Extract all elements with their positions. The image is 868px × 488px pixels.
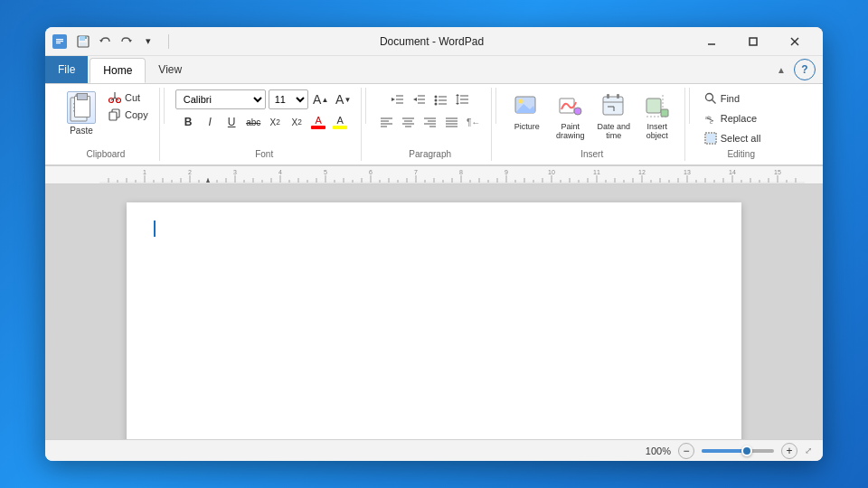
svg-rect-14	[71, 98, 87, 121]
tab-file[interactable]: File	[45, 56, 88, 83]
align-center-button[interactable]	[399, 112, 419, 132]
font-content: Calibri 11 A▲ A▼ B I U abc X2	[175, 89, 354, 147]
insert-object-icon	[643, 91, 672, 120]
document-area[interactable]	[45, 184, 823, 439]
find-label: Find	[721, 93, 740, 104]
qat-dropdown-button[interactable]: ▾	[139, 33, 157, 51]
paint-drawing-button[interactable]: Paint drawing	[551, 89, 590, 142]
align-left-button[interactable]	[377, 112, 397, 132]
maximize-button[interactable]	[732, 27, 774, 56]
svg-rect-15	[76, 94, 85, 99]
font-name-select[interactable]: Calibri	[175, 89, 266, 109]
replace-button[interactable]: ab c Replace	[701, 109, 782, 127]
insert-object-label: Insert object	[639, 122, 675, 140]
zoom-slider-thumb[interactable]	[741, 446, 752, 456]
paragraph-group: ¶← Paragraph	[370, 88, 492, 161]
select-all-button[interactable]: Select all	[701, 129, 782, 147]
svg-rect-65	[560, 99, 574, 113]
ribbon-collapse-button[interactable]: ▲	[772, 61, 790, 79]
copy-button[interactable]: Copy	[105, 107, 152, 123]
svg-rect-76	[661, 109, 668, 117]
svg-text:4: 4	[278, 169, 282, 175]
ribbon-tabs: File Home View ▲ ?	[45, 56, 823, 84]
close-button[interactable]	[774, 27, 816, 56]
svg-rect-11	[750, 38, 757, 45]
svg-text:2: 2	[188, 169, 192, 175]
insert-content: Picture Paint drawing	[507, 89, 677, 147]
cut-label: Cut	[125, 92, 140, 103]
date-time-button[interactable]: Date and time	[594, 89, 634, 142]
svg-point-63	[518, 99, 523, 104]
svg-rect-17	[73, 107, 84, 108]
line-spacing-button[interactable]	[453, 89, 473, 109]
strikethrough-button[interactable]: abc	[243, 112, 263, 132]
zoom-slider[interactable]	[702, 449, 774, 453]
minimize-button[interactable]	[691, 27, 732, 56]
tab-home[interactable]: Home	[90, 58, 146, 83]
picture-button[interactable]: Picture	[507, 89, 547, 133]
superscript-button[interactable]: X2	[287, 112, 307, 132]
svg-rect-67	[603, 97, 623, 115]
copy-label: Copy	[125, 109, 148, 120]
rtl-button[interactable]: ¶←	[464, 112, 484, 132]
underline-button[interactable]: U	[222, 112, 241, 132]
align-right-button[interactable]	[420, 112, 440, 132]
clipboard-group: Paste Cut	[52, 88, 160, 161]
svg-point-36	[434, 99, 437, 102]
find-button[interactable]: Find	[701, 89, 782, 108]
redo-qat-button[interactable]	[118, 33, 136, 51]
editing-group: Find ab c Replace	[693, 88, 789, 161]
decrease-indent-button[interactable]	[388, 89, 408, 109]
svg-text:3: 3	[233, 169, 237, 175]
font-shrink-button[interactable]: A▼	[334, 89, 354, 109]
quick-access-toolbar: ▾	[52, 33, 157, 51]
bold-button[interactable]: B	[178, 112, 198, 132]
wordpad-window: ▾ Document - WordPad File Home View ▲ ?	[45, 27, 823, 461]
svg-point-77	[705, 94, 712, 101]
paragraph-label: Paragraph	[409, 147, 451, 159]
font-color-button[interactable]: A	[308, 112, 328, 132]
zoom-plus-button[interactable]: +	[781, 443, 797, 459]
document-page[interactable]	[127, 202, 741, 439]
subscript-button[interactable]: X2	[265, 112, 285, 132]
ruler-svg: 1 2 3 4 5 6 7 8 9 10 11 12 13 14 15	[99, 167, 805, 183]
justify-button[interactable]	[442, 112, 462, 132]
italic-button[interactable]: I	[200, 112, 220, 132]
picture-icon	[513, 91, 542, 120]
ruler: 1 2 3 4 5 6 7 8 9 10 11 12 13 14 15	[45, 166, 823, 184]
highlight-button[interactable]: A	[330, 112, 350, 132]
tab-view[interactable]: View	[146, 57, 194, 82]
zoom-minus-button[interactable]: −	[678, 443, 694, 459]
svg-point-34	[434, 96, 437, 99]
undo-qat-button[interactable]	[96, 33, 114, 51]
resize-icon: ⤢	[805, 446, 812, 455]
clipboard-label: Clipboard	[86, 147, 125, 159]
svg-text:8: 8	[459, 169, 463, 175]
cut-copy-buttons: Cut Copy	[105, 89, 152, 123]
svg-marker-9	[128, 40, 132, 42]
svg-rect-3	[56, 42, 61, 43]
svg-rect-83	[706, 134, 715, 143]
svg-point-38	[434, 103, 437, 106]
font-grow-button[interactable]: A▲	[311, 89, 331, 109]
svg-text:7: 7	[414, 169, 418, 175]
clipboard-content: Paste Cut	[60, 89, 152, 147]
help-button[interactable]: ?	[794, 59, 816, 80]
ribbon: File Home View ▲ ?	[45, 56, 823, 166]
paste-button[interactable]: Paste	[60, 89, 103, 136]
bullets-button[interactable]	[431, 89, 451, 109]
cut-button[interactable]: Cut	[105, 89, 152, 106]
paragraph-content: ¶←	[377, 89, 484, 147]
svg-rect-2	[56, 41, 63, 42]
insert-object-button[interactable]: Insert object	[637, 89, 677, 142]
date-time-label: Date and time	[596, 122, 632, 140]
increase-indent-button[interactable]	[410, 89, 429, 109]
save-qat-button[interactable]	[74, 33, 92, 51]
svg-line-78	[712, 100, 715, 104]
svg-text:10: 10	[548, 169, 555, 175]
svg-rect-6	[80, 42, 87, 46]
font-size-select[interactable]: 11	[269, 89, 308, 109]
svg-marker-44	[456, 94, 459, 96]
picture-label: Picture	[514, 122, 540, 131]
svg-text:12: 12	[638, 169, 646, 175]
